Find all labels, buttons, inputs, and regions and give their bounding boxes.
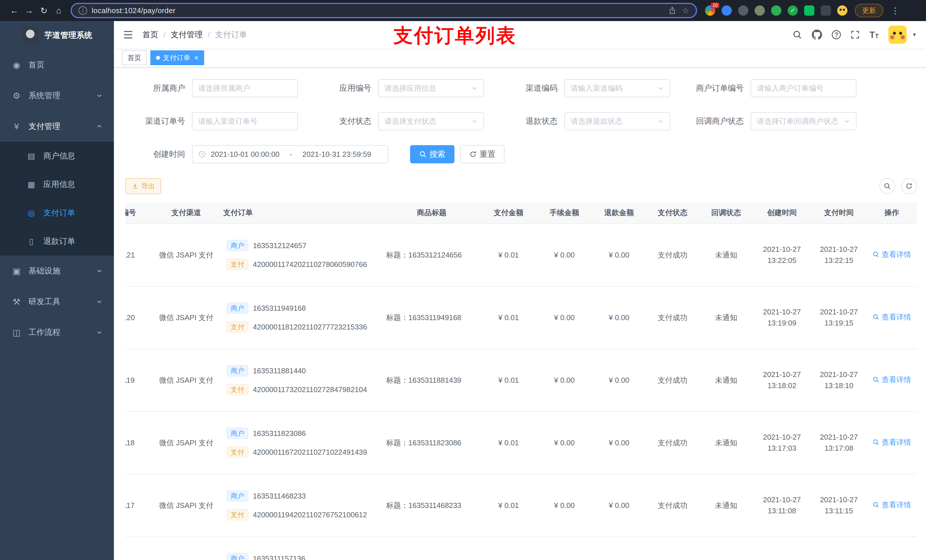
tools-icon: ⚒ xyxy=(11,297,22,307)
extensions-puzzle-icon[interactable] xyxy=(821,5,831,16)
browser-menu-icon[interactable]: ⋮ xyxy=(888,3,903,18)
cell-refund: ¥ 0.00 xyxy=(592,412,646,474)
date-range-input[interactable]: 2021-10-01 00:00:00 - 2021-10-31 23:59:5… xyxy=(192,145,388,163)
profile-avatar-icon[interactable] xyxy=(837,5,847,16)
pay-status-select[interactable]: 请选择支付状态 xyxy=(378,112,484,130)
cell-create-time: 2021-10-2713:19:09 xyxy=(753,286,811,349)
view-detail-link[interactable]: 查看详情 xyxy=(873,312,911,323)
user-avatar[interactable] xyxy=(888,26,906,44)
home-icon[interactable]: ⌂ xyxy=(51,3,66,18)
sidebar-item-app-info[interactable]: ▦ 应用信息 xyxy=(0,170,114,199)
close-icon[interactable]: × xyxy=(194,53,198,62)
col-fee: 手续金额 xyxy=(536,202,592,223)
sidebar-item-refund-order[interactable]: ▯ 退款订单 xyxy=(0,227,114,255)
toggle-search-button[interactable] xyxy=(879,178,895,194)
filter-row-2: 渠道订单号 支付状态 请选择支付状态 退款状态 请选择退款状态 xyxy=(125,112,917,130)
extension-chat-icon[interactable] xyxy=(804,5,814,16)
cell-refund: ¥ 0.00 xyxy=(592,349,646,412)
sidebar-item-pay-order[interactable]: ◎ 支付订单 xyxy=(0,199,114,227)
search-icon[interactable] xyxy=(793,30,802,39)
browser-update-button[interactable]: 更新 xyxy=(855,4,883,17)
merchant-order-no: 1635311881440 xyxy=(253,365,306,376)
extension-check-icon[interactable]: ✓ xyxy=(788,5,798,16)
help-icon[interactable]: ? xyxy=(832,30,841,39)
extension-blue-icon[interactable] xyxy=(722,5,732,16)
breadcrumb-payment[interactable]: 支付管理 xyxy=(171,29,203,40)
cell-create-time: 2021-10-2713:11:08 xyxy=(753,474,811,537)
sidebar-item-dev-tools[interactable]: ⚒ 研发工具 xyxy=(0,286,114,317)
cell-channel: 微信 JSAPI 支付 xyxy=(149,286,223,349)
filter-row-1: 所属商户 应用编号 请选择应用信息 渠道编码 请输入渠道编码 xyxy=(125,79,917,97)
site-info-icon[interactable]: i xyxy=(79,6,87,15)
cell-amount xyxy=(481,537,536,560)
col-action: 操作 xyxy=(867,202,917,223)
sidebar-item-merchant-info[interactable]: ▤ 商户信息 xyxy=(0,142,114,170)
sidebar-item-infrastructure[interactable]: ▣ 基础设施 xyxy=(0,255,114,286)
sidebar-item-system[interactable]: ⚙ 系统管理 xyxy=(0,80,114,111)
select-placeholder: 请输入渠道编码 xyxy=(570,83,622,93)
sidebar-item-workflow[interactable]: ◫ 工作流程 xyxy=(0,317,114,348)
date-end[interactable]: 2021-10-31 23:59:59 xyxy=(303,150,371,159)
field-label: 应用编号 xyxy=(312,83,371,94)
cell-notify xyxy=(699,537,753,560)
view-detail-link[interactable]: 查看详情 xyxy=(873,500,911,510)
field-label: 商户订单编号 xyxy=(684,83,744,94)
reset-button[interactable]: 重置 xyxy=(460,145,505,163)
navbar-actions: ? TT ▼ xyxy=(793,26,917,44)
grid-icon: ▦ xyxy=(26,180,36,189)
tab-pay-order[interactable]: 支付订单 × xyxy=(150,50,204,65)
caret-down-icon[interactable]: ▼ xyxy=(912,32,917,38)
app-id-select[interactable]: 请选择应用信息 xyxy=(378,79,484,97)
font-size-icon[interactable]: TT xyxy=(869,30,879,39)
view-detail-link[interactable]: 查看详情 xyxy=(873,249,911,260)
reload-icon[interactable]: ↻ xyxy=(36,3,51,18)
merchant-input[interactable] xyxy=(192,79,298,97)
filter-channel-code: 渠道编码 请输入渠道编码 xyxy=(498,79,670,97)
field-label: 渠道编码 xyxy=(498,83,558,94)
refund-status-select[interactable]: 请选择退款状态 xyxy=(564,112,670,130)
cell-notify: 未通知 xyxy=(699,349,753,412)
back-icon[interactable]: ← xyxy=(7,3,22,18)
extension-multicolor-icon[interactable]: 10 xyxy=(705,5,715,16)
export-button[interactable]: 导出 xyxy=(125,178,161,194)
channel-order-no-input[interactable] xyxy=(192,112,298,130)
menu-label: 基础设施 xyxy=(29,266,61,276)
col-create-time: 创建时间 xyxy=(753,202,811,223)
channel-code-select[interactable]: 请输入渠道编码 xyxy=(564,79,670,97)
breadcrumb-current: 支付订单 xyxy=(215,29,247,40)
page-title-annotation: 支付订单列表 xyxy=(393,23,516,49)
forward-icon[interactable]: → xyxy=(22,3,36,18)
table-row: 117 微信 JSAPI 支付 商户1635311468233 支付420000… xyxy=(125,474,917,537)
extension-green-icon[interactable] xyxy=(771,5,781,16)
view-detail-link[interactable]: 查看详情 xyxy=(873,374,911,385)
notify-status-select[interactable]: 请选择订单回调商户状态 xyxy=(750,112,856,130)
sidebar-item-home[interactable]: ◉ 首页 xyxy=(0,50,114,80)
merchant-order-no: 1635311468233 xyxy=(253,491,306,502)
pay-order-no: 4200001173202110272847982104 xyxy=(253,384,367,395)
breadcrumb-home[interactable]: 首页 xyxy=(142,29,158,40)
refresh-button[interactable] xyxy=(901,178,917,194)
search-button[interactable]: 搜索 xyxy=(410,145,454,163)
top-navbar: 首页 / 支付管理 / 支付订单 支付订单列表 ? TT xyxy=(114,21,926,48)
url-text: localhost:1024/pay/order xyxy=(92,6,176,15)
sidebar-item-payment[interactable]: ¥ 支付管理 xyxy=(0,111,114,142)
extension-olive-icon[interactable] xyxy=(755,5,765,16)
github-icon[interactable] xyxy=(812,30,822,40)
share-icon[interactable] xyxy=(668,6,676,15)
cell-order: 商户1635311468233 支付4200001194202110276752… xyxy=(223,474,383,537)
url-bar[interactable]: i localhost:1024/pay/order ☆ xyxy=(71,3,697,18)
merchant-order-no-input[interactable] xyxy=(750,79,856,97)
chevron-down-icon xyxy=(843,118,850,125)
cell-notify: 未通知 xyxy=(699,412,753,474)
pay-tag: 支付 xyxy=(227,259,248,270)
view-detail-link[interactable]: 查看详情 xyxy=(873,437,911,448)
bookmark-star-icon[interactable]: ☆ xyxy=(682,6,689,15)
extension-dark-icon[interactable] xyxy=(738,5,748,16)
app-logo[interactable]: 芋道管理系统 xyxy=(0,21,114,50)
fullscreen-icon[interactable] xyxy=(850,30,859,39)
hamburger-icon[interactable] xyxy=(123,30,133,40)
yen-icon: ¥ xyxy=(11,122,22,131)
tab-home[interactable]: 首页 xyxy=(122,50,147,65)
date-start[interactable]: 2021-10-01 00:00:00 xyxy=(211,150,279,159)
table-row: 119 微信 JSAPI 支付 商户1635311881440 支付420000… xyxy=(125,349,917,412)
